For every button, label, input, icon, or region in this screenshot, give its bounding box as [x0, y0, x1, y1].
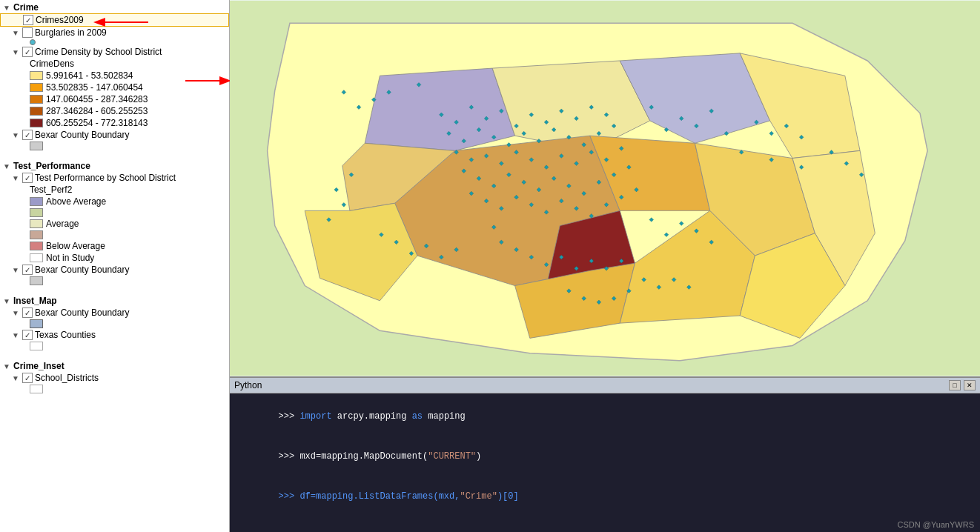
crime-inset-group-header[interactable]: ▼ Crime_Inset	[0, 360, 229, 372]
district-1	[365, 68, 514, 150]
school-swatch	[0, 384, 229, 394]
bexar-swatch-icon	[30, 142, 43, 150]
swatch-3	[30, 95, 43, 104]
py-line-2: >>> mxd=mapping.MapDocument("CURRENT")	[236, 436, 974, 476]
crime-group-label: Crime	[13, 2, 39, 13]
legend-pink	[0, 230, 229, 240]
texas-counties-layer[interactable]: ▼ Texas Counties	[0, 329, 229, 341]
expand-icon: ▼	[12, 309, 22, 317]
legend-3: 147.060455 - 287.346283	[0, 93, 229, 105]
school-districts-checkbox[interactable]	[22, 373, 33, 383]
expand-icon: ▼	[3, 162, 13, 170]
map-area[interactable]	[230, 0, 980, 376]
avg-label: Average	[46, 219, 79, 229]
python-content[interactable]: >>> import arcpy.mapping as mapping >>> …	[230, 393, 980, 530]
crimes2009-layer[interactable]: Crimes2009	[0, 13, 229, 27]
legend-4: 287.346284 - 605.255253	[0, 105, 229, 117]
spacer-3	[0, 353, 229, 359]
legend-below-avg: Below Average	[0, 240, 229, 252]
crime-inset-group: ▼ Crime_Inset ▼ School_Districts	[0, 359, 229, 396]
inset-map-group-label: Inset_Map	[13, 296, 57, 306]
legend-label-1: 5.991641 - 53.502834	[46, 70, 133, 81]
bexar-boundary-crime[interactable]: ▼ Bexar County Boundary	[0, 129, 229, 141]
expand-icon: ▼	[12, 29, 22, 37]
burglaries-checkbox[interactable]	[22, 27, 33, 38]
crime-group: ▼ Crime Crimes2009 ▼ Burglaries in 2009 …	[0, 0, 229, 153]
spacer-2	[0, 287, 229, 293]
cmd-1c: as	[412, 411, 423, 422]
inset-bexar-layer[interactable]: ▼ Bexar County Boundary	[0, 307, 229, 319]
crimes2009-checkbox[interactable]	[23, 15, 33, 25]
prompt-3: >>>	[279, 491, 300, 502]
swatch-4	[30, 107, 43, 116]
cmd-1: import	[299, 411, 331, 422]
crime-density-layer[interactable]: ▼ Crime Density by School District	[0, 46, 229, 58]
test-perf-checkbox[interactable]	[22, 173, 33, 183]
cmd-2s: "CURRENT"	[428, 451, 476, 462]
crime-inset-group-label: Crime_Inset	[13, 361, 64, 371]
inset-bexar-swatch-icon	[30, 319, 43, 328]
spacer-1	[0, 153, 229, 159]
above-avg-label: Above Average	[46, 196, 106, 207]
prompt-1: >>>	[279, 411, 300, 422]
crime-density-checkbox[interactable]	[22, 47, 33, 57]
burglaries-layer[interactable]: ▼ Burglaries in 2009	[0, 27, 229, 39]
expand-icon: ▼	[12, 131, 22, 139]
py-line-4: >>> refLayer=mapping.ListLayers(mxd,"Bur…	[236, 516, 974, 530]
test-perf-group-header[interactable]: ▼ Test_Performance	[0, 160, 229, 172]
legend-above-avg: Above Average	[0, 196, 229, 207]
expand-icon: ▼	[12, 266, 22, 274]
cmd-3s: "Crime"	[460, 491, 497, 502]
prompt-2: >>>	[279, 451, 300, 462]
right-panel: Python □ ✕ >>> import arcpy.mapping as m…	[230, 0, 980, 532]
bexar-swatch-2	[0, 276, 229, 286]
not-study-label: Not in Study	[46, 253, 94, 263]
swatch-5	[30, 119, 43, 127]
minimize-button[interactable]: □	[949, 380, 961, 390]
school-swatch-icon	[30, 385, 43, 393]
test-perf-layer[interactable]: ▼ Test Performance by School District	[0, 172, 229, 184]
legend-2: 53.502835 - 147.060454	[0, 82, 229, 93]
cmd-3: df=mapping.ListDataFrames(mxd,	[299, 491, 460, 502]
expand-icon: ▼	[12, 174, 22, 182]
test-performance-group: ▼ Test_Performance ▼ Test Performance by…	[0, 159, 229, 287]
bexar-boundary-test[interactable]: ▼ Bexar County Boundary	[0, 264, 229, 276]
crime-group-header[interactable]: ▼ Crime	[0, 1, 229, 13]
school-districts-layer[interactable]: ▼ School_Districts	[0, 372, 229, 384]
above-avg-swatch	[30, 197, 43, 206]
texas-swatch-icon	[30, 342, 43, 350]
burglaries-label: Burglaries in 2009	[35, 27, 107, 38]
expand-icon: ▼	[3, 4, 13, 12]
inset-bexar-checkbox[interactable]	[22, 307, 33, 318]
texas-counties-checkbox[interactable]	[22, 330, 33, 340]
python-title: Python	[234, 380, 262, 390]
test-perf-sublabel: Test_Perf2	[0, 184, 229, 196]
cmd-3e: )[0]	[497, 491, 519, 502]
legend-1: 5.991641 - 53.502834	[0, 70, 229, 82]
cmd-1b: arcpy.mapping	[332, 411, 412, 422]
crimes2009-label: Crimes2009	[36, 15, 84, 25]
bexar-boundary-test-checkbox[interactable]	[22, 265, 33, 275]
below-avg-label: Below Average	[46, 241, 105, 251]
python-titlebar-buttons: □ ✕	[949, 380, 976, 390]
bexar-boundary-crime-label: Bexar County Boundary	[35, 130, 129, 140]
test-perf-sub: Test_Perf2	[30, 184, 72, 195]
close-button[interactable]: ✕	[964, 380, 976, 390]
inset-map-group-header[interactable]: ▼ Inset_Map	[0, 295, 229, 307]
expand-icon: ▼	[12, 331, 22, 339]
python-titlebar: Python □ ✕	[230, 378, 980, 393]
bexar-swatch-icon-2	[30, 276, 43, 285]
expand-icon: ▼	[12, 374, 22, 382]
inset-bexar-swatch	[0, 319, 229, 329]
bexar-boundary-test-label: Bexar County Boundary	[35, 265, 129, 275]
texas-counties-label: Texas Counties	[35, 330, 96, 340]
cmd-1d: mapping	[423, 411, 466, 422]
crime-density-label: Crime Density by School District	[35, 47, 162, 57]
burglaries-dot	[0, 39, 229, 46]
swatch-1	[30, 71, 43, 80]
bexar-boundary-crime-checkbox[interactable]	[22, 130, 33, 140]
legend-label-4: 287.346284 - 605.255253	[46, 106, 148, 116]
below-avg-swatch	[30, 242, 43, 250]
bexar-swatch-1	[0, 141, 229, 151]
not-study-swatch	[30, 253, 43, 262]
